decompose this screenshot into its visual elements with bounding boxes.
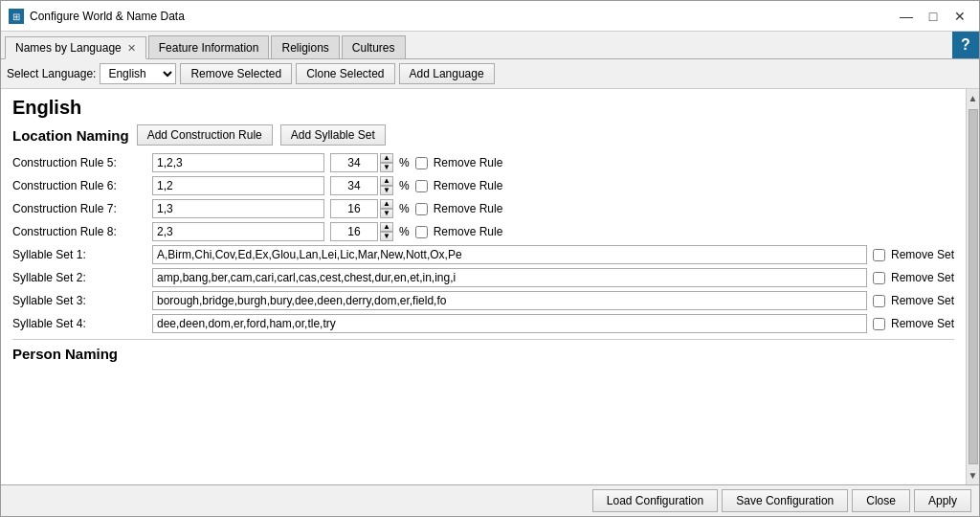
construction-rule-label-0: Construction Rule 5: <box>12 156 146 169</box>
clone-selected-button[interactable]: Clone Selected <box>296 63 394 84</box>
construction-rule-checkbox-3[interactable] <box>415 226 428 238</box>
spinner-up-0[interactable]: ▲ <box>380 153 393 163</box>
construction-rule-checkbox-1[interactable] <box>415 180 428 192</box>
tab-religions-label: Religions <box>281 41 328 55</box>
scroll-up-icon[interactable]: ▲ <box>969 89 978 107</box>
tabs-bar: Names by Language ✕ Feature Information … <box>1 32 979 59</box>
title-bar: ⊞ Configure World & Name Data — □ ✕ <box>1 1 979 32</box>
remove-rule-link-0[interactable]: Remove Rule <box>434 156 503 169</box>
remove-set-link-3[interactable]: Remove Set <box>891 317 954 330</box>
spinner-group-1: ▲ ▼ <box>330 176 393 195</box>
location-naming-title: Location Naming <box>12 127 129 144</box>
toolbar: Select Language: English Remove Selected… <box>1 59 979 89</box>
minimize-button[interactable]: — <box>895 7 918 26</box>
syllable-set-input-2[interactable] <box>152 291 867 310</box>
remove-rule-link-3[interactable]: Remove Rule <box>434 225 503 238</box>
title-bar-left: ⊞ Configure World & Name Data <box>9 9 185 24</box>
construction-rule-pct-input-1[interactable] <box>330 176 378 195</box>
construction-rule-input-1[interactable] <box>152 176 324 195</box>
syllable-set-checkbox-0[interactable] <box>873 249 885 261</box>
window-title: Configure World & Name Data <box>30 10 185 23</box>
main-panel: English Location Naming Add Construction… <box>1 89 979 484</box>
close-button[interactable]: ✕ <box>948 7 971 26</box>
spinner-btns-2: ▲ ▼ <box>380 199 393 218</box>
main-window: ⊞ Configure World & Name Data — □ ✕ ? Na… <box>0 0 980 517</box>
close-button-bottom[interactable]: Close <box>852 489 910 512</box>
spinner-down-2[interactable]: ▼ <box>380 209 393 218</box>
spinner-group-2: ▲ ▼ <box>330 199 393 218</box>
remove-set-link-0[interactable]: Remove Set <box>891 248 954 261</box>
save-configuration-button[interactable]: Save Configuration <box>722 489 848 512</box>
location-naming-header: Location Naming Add Construction Rule Ad… <box>12 124 954 146</box>
pct-label-3: % <box>399 225 410 238</box>
construction-rule-checkbox-2[interactable] <box>415 203 428 215</box>
spinner-down-1[interactable]: ▼ <box>380 186 393 195</box>
add-syllable-set-button[interactable]: Add Syllable Set <box>280 124 386 146</box>
load-configuration-button[interactable]: Load Configuration <box>592 489 718 512</box>
syllable-set-row-2: Syllable Set 3: Remove Set <box>12 291 954 310</box>
spinner-group-0: ▲ ▼ <box>330 153 393 172</box>
person-naming-header: Person Naming <box>12 339 954 362</box>
syllable-set-label-1: Syllable Set 2: <box>12 271 146 284</box>
remove-set-link-2[interactable]: Remove Set <box>891 294 954 307</box>
person-naming-title: Person Naming <box>12 346 118 362</box>
syllable-set-row-0: Syllable Set 1: Remove Set <box>12 245 954 264</box>
tab-cultures[interactable]: Cultures <box>342 35 406 58</box>
add-language-button[interactable]: Add Language <box>399 63 495 84</box>
select-language-label: Select Language: <box>7 67 96 80</box>
spinner-up-1[interactable]: ▲ <box>380 176 393 186</box>
spinner-up-2[interactable]: ▲ <box>380 199 393 209</box>
syllable-set-checkbox-3[interactable] <box>873 318 885 330</box>
syllable-set-input-1[interactable] <box>152 268 867 287</box>
maximize-button[interactable]: □ <box>922 7 945 26</box>
apply-button[interactable]: Apply <box>914 489 971 512</box>
main-content: English Location Naming Add Construction… <box>1 89 966 484</box>
syllable-set-label-3: Syllable Set 4: <box>12 317 146 330</box>
syllable-set-checkbox-2[interactable] <box>873 295 885 307</box>
construction-rule-pct-input-3[interactable] <box>330 222 378 241</box>
spinner-down-3[interactable]: ▼ <box>380 232 393 241</box>
pct-label-0: % <box>399 156 410 169</box>
remove-rule-link-2[interactable]: Remove Rule <box>434 202 503 215</box>
tab-cultures-label: Cultures <box>352 41 395 55</box>
construction-rule-label-1: Construction Rule 6: <box>12 179 146 192</box>
content-area: ? Names by Language ✕ Feature Informatio… <box>1 32 979 516</box>
spinner-down-0[interactable]: ▼ <box>380 163 393 172</box>
construction-rule-pct-input-2[interactable] <box>330 199 378 218</box>
syllable-set-label-2: Syllable Set 3: <box>12 294 146 307</box>
remove-set-link-1[interactable]: Remove Set <box>891 271 954 284</box>
construction-rule-pct-input-0[interactable] <box>330 153 378 172</box>
tab-names-by-language[interactable]: Names by Language ✕ <box>5 36 146 59</box>
tab-names-label: Names by Language <box>15 41 122 55</box>
title-bar-controls: — □ ✕ <box>895 7 971 26</box>
spinner-btns-3: ▲ ▼ <box>380 222 393 241</box>
add-construction-rule-button[interactable]: Add Construction Rule <box>137 124 273 146</box>
language-select[interactable]: English <box>100 63 176 84</box>
construction-rule-input-2[interactable] <box>152 199 324 218</box>
tab-names-close-icon[interactable]: ✕ <box>127 42 136 55</box>
syllable-set-input-3[interactable] <box>152 314 867 333</box>
scroll-down-icon[interactable]: ▼ <box>969 466 978 484</box>
tab-religions[interactable]: Religions <box>271 35 339 58</box>
svg-text:⊞: ⊞ <box>12 11 20 22</box>
construction-rule-row-2: Construction Rule 7: ▲ ▼ % Remove Rule <box>12 199 954 218</box>
syllable-set-row-1: Syllable Set 2: Remove Set <box>12 268 954 287</box>
construction-rule-checkbox-0[interactable] <box>415 157 428 169</box>
construction-rule-row-3: Construction Rule 8: ▲ ▼ % Remove Rule <box>12 222 954 241</box>
remove-selected-button[interactable]: Remove Selected <box>180 63 292 84</box>
syllable-set-input-0[interactable] <box>152 245 867 264</box>
tab-feature-label: Feature Information <box>159 41 259 55</box>
syllable-set-checkbox-1[interactable] <box>873 272 885 284</box>
construction-rule-input-3[interactable] <box>152 222 324 241</box>
app-icon: ⊞ <box>9 9 24 24</box>
construction-rule-row-0: Construction Rule 5: ▲ ▼ % Remove Rule <box>12 153 954 172</box>
spinner-up-3[interactable]: ▲ <box>380 222 393 232</box>
pct-label-2: % <box>399 202 410 215</box>
construction-rule-label-2: Construction Rule 7: <box>12 202 146 215</box>
scrollbar-thumb[interactable] <box>969 109 978 464</box>
tab-feature-information[interactable]: Feature Information <box>148 35 270 58</box>
help-button[interactable]: ? <box>952 32 979 58</box>
syllable-set-row-3: Syllable Set 4: Remove Set <box>12 314 954 333</box>
construction-rule-input-0[interactable] <box>152 153 324 172</box>
remove-rule-link-1[interactable]: Remove Rule <box>434 179 503 192</box>
